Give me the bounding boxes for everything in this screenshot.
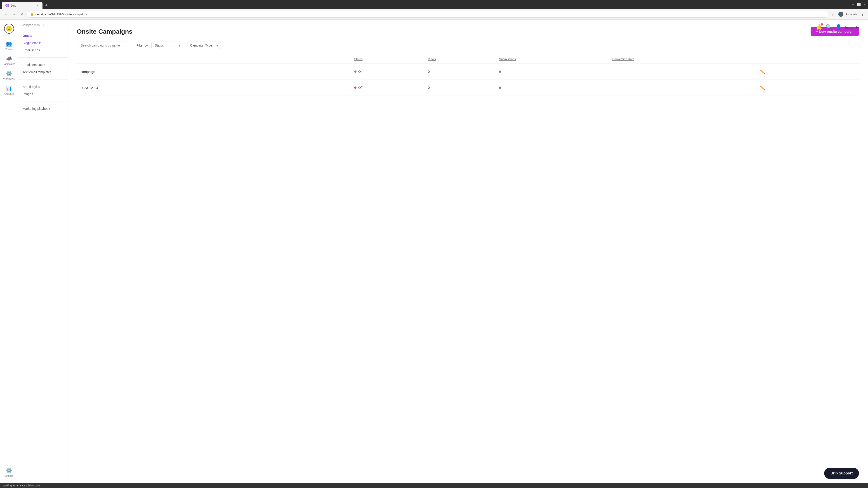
sidebar-section-playbook: Marketing playbook bbox=[18, 103, 68, 114]
campaigns-table: Status Views Submissions Conversion Rate… bbox=[77, 55, 859, 96]
col-views[interactable]: Views bbox=[424, 55, 495, 64]
campaign-name-cell: campaign bbox=[77, 64, 350, 80]
status-dot-off bbox=[354, 87, 356, 89]
campaign-name: campaign bbox=[81, 70, 95, 74]
collapse-menu-button[interactable]: Collapse menu ⊙ bbox=[18, 23, 68, 30]
edit-button[interactable]: ✏️ bbox=[758, 68, 767, 75]
tab-close-button[interactable]: ✕ bbox=[37, 4, 39, 7]
campaign-conversion-cell: - bbox=[609, 64, 747, 80]
lock-icon: 🔒 bbox=[30, 13, 34, 16]
collapse-icon: ⊙ bbox=[43, 23, 46, 27]
active-tab: 🙂 Drip ✕ bbox=[2, 2, 42, 9]
search-input[interactable] bbox=[77, 41, 131, 49]
sidebar-narrow: 🙂 👥 People 📣 Campaigns ⚙️ Workflows 📊 An… bbox=[0, 20, 18, 483]
sidebar-item-workflows[interactable]: ⚙️ Workflows bbox=[1, 68, 17, 83]
sidebar-link-single-emails[interactable]: Single emails bbox=[18, 39, 68, 46]
edit-button[interactable]: ✏️ bbox=[758, 84, 767, 91]
browser-tab-bar: 🙂 Drip ✕ + – ⬜ ✕ bbox=[0, 0, 868, 9]
sidebar-link-text-email-templates[interactable]: Text email templates bbox=[18, 68, 68, 76]
window-close-button[interactable]: ✕ bbox=[864, 3, 866, 6]
campaign-conversion-cell: - bbox=[609, 80, 747, 96]
sidebar-link-email-series[interactable]: Email series bbox=[18, 46, 68, 54]
main-content: 🔔 🔍 👤 Incognito Onsite Campaigns + New o… bbox=[68, 20, 868, 483]
sidebar-item-campaigns[interactable]: 📣 Campaigns bbox=[1, 54, 17, 68]
app-container: 🙂 👥 People 📣 Campaigns ⚙️ Workflows 📊 An… bbox=[0, 20, 868, 483]
tab-label: Drip bbox=[11, 4, 16, 7]
col-conversion-rate[interactable]: Conversion Rate bbox=[609, 55, 747, 64]
people-label: People bbox=[5, 48, 13, 51]
settings-icon: ⚙️ bbox=[6, 468, 12, 474]
filter-by-label: Filter by bbox=[136, 43, 148, 47]
sidebar-link-brand-styles[interactable]: Brand styles bbox=[18, 83, 68, 90]
campaign-type-filter-wrapper: Campaign Type Popup Flyout Bar bbox=[187, 41, 221, 49]
campaign-submissions-cell: 0 bbox=[495, 80, 609, 96]
col-actions bbox=[747, 55, 859, 64]
campaign-status-cell: On bbox=[350, 64, 424, 80]
table-row: campaign On 0 0 - ··· ✏️ bbox=[77, 64, 859, 80]
logo-icon: 🙂 bbox=[4, 24, 14, 34]
campaigns-icon: 📣 bbox=[6, 56, 12, 62]
back-button[interactable]: ← bbox=[3, 11, 9, 17]
campaign-type-filter[interactable]: Campaign Type Popup Flyout Bar bbox=[187, 41, 221, 49]
bell-icon[interactable]: 🔔 bbox=[816, 24, 822, 30]
col-status[interactable]: Status bbox=[350, 55, 424, 64]
user-label: Incognito bbox=[846, 13, 858, 16]
campaign-name-cell: 2023-12-13 bbox=[77, 80, 350, 96]
status-filter[interactable]: Status On Off bbox=[151, 41, 183, 49]
bookmark-button[interactable]: ☆ bbox=[831, 11, 836, 18]
extensions-button[interactable]: ⋮ bbox=[860, 11, 865, 18]
sidebar-item-analytics[interactable]: 📊 Analytics bbox=[1, 84, 17, 97]
table-body: campaign On 0 0 - ··· ✏️ bbox=[77, 64, 859, 96]
sidebar-link-email-templates[interactable]: Email templates bbox=[18, 61, 68, 68]
status-dot-on bbox=[354, 70, 356, 73]
campaign-actions-cell: ··· ✏️ bbox=[747, 80, 859, 96]
campaign-name: 2023-12-13 bbox=[81, 86, 98, 90]
sidebar-item-people[interactable]: 👥 People bbox=[1, 39, 17, 53]
sidebar-link-images[interactable]: Images bbox=[18, 90, 68, 98]
people-icon: 👥 bbox=[6, 41, 12, 47]
filters-row: Filter by Status On Off Campaign Type Po… bbox=[77, 41, 859, 49]
settings-label: Settings bbox=[4, 475, 13, 477]
search-icon[interactable]: 🔍 bbox=[826, 24, 832, 30]
campaign-status-cell: Off bbox=[350, 80, 424, 96]
sidebar-link-marketing-playbook[interactable]: Marketing playbook bbox=[18, 105, 68, 112]
status-badge: Off bbox=[354, 86, 421, 90]
sidebar-expanded: Collapse menu ⊙ Onsite Single emails Ema… bbox=[18, 20, 68, 483]
browser-chrome: 🙂 Drip ✕ + – ⬜ ✕ ← → ✕ 🔒 getdrip.com/764… bbox=[0, 0, 868, 20]
user-icon[interactable]: 👤 bbox=[835, 24, 842, 30]
sidebar-section-campaigns: Onsite Single emails Email series bbox=[18, 30, 68, 56]
sidebar-item-settings[interactable]: ⚙️ Settings bbox=[3, 465, 16, 480]
status-text: On bbox=[358, 70, 363, 73]
drip-support-button[interactable]: Drip Support bbox=[824, 468, 859, 479]
url-text: getdrip.com/7641396/onsite_campaigns bbox=[35, 13, 88, 16]
table-header: Status Views Submissions Conversion Rate bbox=[77, 55, 859, 64]
more-actions-button[interactable]: ··· bbox=[750, 68, 757, 75]
toolbar-actions: ☆ 👤 Incognito ⋮ bbox=[831, 11, 865, 18]
status-bar: Waiting for analytics.tiktok.com... bbox=[0, 483, 868, 488]
workflows-icon: ⚙️ bbox=[6, 71, 12, 76]
status-filter-wrapper: Status On Off bbox=[151, 41, 183, 49]
address-bar[interactable]: 🔒 getdrip.com/7641396/onsite_campaigns bbox=[26, 11, 829, 18]
page-title: Onsite Campaigns bbox=[77, 28, 132, 35]
sidebar-link-onsite[interactable]: Onsite bbox=[18, 32, 68, 39]
analytics-icon: 📊 bbox=[6, 86, 12, 92]
more-actions-button[interactable]: ··· bbox=[750, 85, 757, 91]
window-minimize-button[interactable]: – bbox=[852, 2, 854, 6]
sidebar-divider-1 bbox=[18, 57, 68, 58]
status-text: Off bbox=[358, 86, 362, 90]
profile-button[interactable]: 👤 bbox=[837, 11, 844, 18]
sidebar-divider-2 bbox=[18, 79, 68, 79]
page-header: Onsite Campaigns + New onsite campaign bbox=[77, 27, 859, 36]
browser-toolbar: ← → ✕ 🔒 getdrip.com/7641396/onsite_campa… bbox=[0, 9, 868, 20]
sidebar-section-templates: Email templates Text email templates bbox=[18, 59, 68, 77]
col-name bbox=[77, 55, 350, 64]
reload-button[interactable]: ✕ bbox=[19, 11, 25, 18]
incognito-icon: 👤 bbox=[838, 12, 843, 17]
new-tab-button[interactable]: + bbox=[43, 2, 50, 9]
table-row: 2023-12-13 Off 0 0 - ··· ✏️ bbox=[77, 80, 859, 96]
window-maximize-button[interactable]: ⬜ bbox=[857, 3, 861, 6]
forward-button[interactable]: → bbox=[11, 11, 17, 17]
col-submissions[interactable]: Submissions bbox=[495, 55, 609, 64]
analytics-label: Analytics bbox=[4, 92, 14, 95]
status-text: Waiting for analytics.tiktok.com... bbox=[3, 484, 42, 487]
